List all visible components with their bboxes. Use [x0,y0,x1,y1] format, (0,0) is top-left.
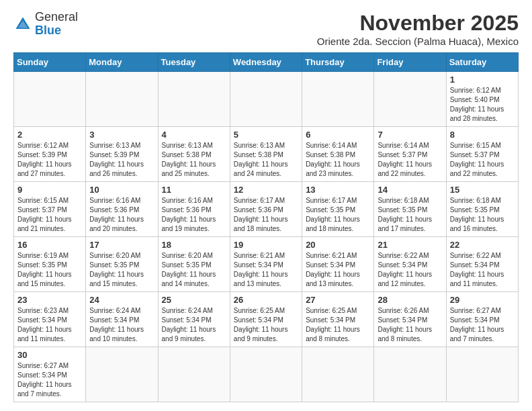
day-info: Sunrise: 6:23 AM Sunset: 5:34 PM Dayligh… [17,306,82,344]
calendar-cell: 2Sunrise: 6:12 AM Sunset: 5:39 PM Daylig… [14,127,86,182]
header-day-tuesday: Tuesday [158,53,230,72]
calendar-cell: 28Sunrise: 6:26 AM Sunset: 5:34 PM Dayli… [374,292,446,347]
day-info: Sunrise: 6:13 AM Sunset: 5:39 PM Dayligh… [89,141,154,179]
header-day-saturday: Saturday [446,53,518,72]
header-day-wednesday: Wednesday [230,53,302,72]
calendar-cell: 9Sunrise: 6:15 AM Sunset: 5:37 PM Daylig… [14,182,86,237]
day-info: Sunrise: 6:22 AM Sunset: 5:34 PM Dayligh… [450,251,515,289]
day-number: 4 [162,130,226,140]
calendar-cell: 11Sunrise: 6:16 AM Sunset: 5:36 PM Dayli… [158,182,230,237]
calendar-cell: 5Sunrise: 6:13 AM Sunset: 5:38 PM Daylig… [230,127,302,182]
day-number: 18 [162,240,226,250]
calendar-cell: 21Sunrise: 6:22 AM Sunset: 5:34 PM Dayli… [374,237,446,292]
calendar-cell: 20Sunrise: 6:21 AM Sunset: 5:34 PM Dayli… [302,237,374,292]
day-info: Sunrise: 6:17 AM Sunset: 5:35 PM Dayligh… [306,196,370,234]
calendar-cell [446,347,518,402]
week-row-1: 2Sunrise: 6:12 AM Sunset: 5:39 PM Daylig… [14,127,519,182]
day-number: 27 [306,295,370,305]
calendar-cell [14,72,86,127]
day-number: 6 [306,130,370,140]
day-info: Sunrise: 6:13 AM Sunset: 5:38 PM Dayligh… [162,141,226,179]
calendar-cell: 27Sunrise: 6:25 AM Sunset: 5:34 PM Dayli… [302,292,374,347]
month-title: November 2025 [317,11,519,36]
day-info: Sunrise: 6:15 AM Sunset: 5:37 PM Dayligh… [17,196,82,234]
day-number: 10 [89,185,154,195]
calendar-cell: 25Sunrise: 6:24 AM Sunset: 5:34 PM Dayli… [158,292,230,347]
calendar-cell [86,347,158,402]
day-info: Sunrise: 6:18 AM Sunset: 5:35 PM Dayligh… [450,196,515,234]
calendar-header-row: SundayMondayTuesdayWednesdayThursdayFrid… [14,53,519,72]
logo-blue: Blue [35,24,61,37]
week-row-0: 1Sunrise: 6:12 AM Sunset: 5:40 PM Daylig… [14,72,519,127]
calendar-cell: 23Sunrise: 6:23 AM Sunset: 5:34 PM Dayli… [14,292,86,347]
day-info: Sunrise: 6:16 AM Sunset: 5:36 PM Dayligh… [162,196,226,234]
calendar-cell: 12Sunrise: 6:17 AM Sunset: 5:36 PM Dayli… [230,182,302,237]
day-number: 23 [17,295,82,305]
calendar-cell: 30Sunrise: 6:27 AM Sunset: 5:34 PM Dayli… [14,347,86,402]
header-day-monday: Monday [86,53,158,72]
day-number: 1 [450,75,515,85]
day-number: 11 [162,185,226,195]
day-info: Sunrise: 6:19 AM Sunset: 5:35 PM Dayligh… [17,251,82,289]
calendar-cell: 26Sunrise: 6:25 AM Sunset: 5:34 PM Dayli… [230,292,302,347]
day-number: 25 [162,295,226,305]
day-number: 20 [306,240,370,250]
day-number: 24 [89,295,154,305]
day-info: Sunrise: 6:14 AM Sunset: 5:37 PM Dayligh… [378,141,442,179]
calendar-cell: 8Sunrise: 6:15 AM Sunset: 5:37 PM Daylig… [446,127,518,182]
day-number: 17 [89,240,154,250]
calendar-cell [158,347,230,402]
day-number: 9 [17,185,82,195]
calendar-cell [230,72,302,127]
week-row-5: 30Sunrise: 6:27 AM Sunset: 5:34 PM Dayli… [14,347,519,402]
day-number: 5 [234,130,298,140]
calendar-cell: 15Sunrise: 6:18 AM Sunset: 5:35 PM Dayli… [446,182,518,237]
calendar-cell: 4Sunrise: 6:13 AM Sunset: 5:38 PM Daylig… [158,127,230,182]
calendar-cell [374,72,446,127]
day-info: Sunrise: 6:12 AM Sunset: 5:40 PM Dayligh… [450,86,515,124]
calendar-cell: 6Sunrise: 6:14 AM Sunset: 5:38 PM Daylig… [302,127,374,182]
day-number: 22 [450,240,515,250]
header-day-sunday: Sunday [14,53,86,72]
logo-text: General Blue [35,11,78,38]
day-info: Sunrise: 6:25 AM Sunset: 5:34 PM Dayligh… [306,306,370,344]
day-number: 13 [306,185,370,195]
calendar-cell [158,72,230,127]
day-number: 15 [450,185,515,195]
calendar-cell: 18Sunrise: 6:20 AM Sunset: 5:35 PM Dayli… [158,237,230,292]
week-row-2: 9Sunrise: 6:15 AM Sunset: 5:37 PM Daylig… [14,182,519,237]
day-number: 14 [378,185,442,195]
calendar-cell: 19Sunrise: 6:21 AM Sunset: 5:34 PM Dayli… [230,237,302,292]
calendar-cell [302,72,374,127]
header: General Blue November 2025 Oriente 2da. … [13,11,519,47]
day-info: Sunrise: 6:18 AM Sunset: 5:35 PM Dayligh… [378,196,442,234]
day-number: 28 [378,295,442,305]
calendar-cell: 7Sunrise: 6:14 AM Sunset: 5:37 PM Daylig… [374,127,446,182]
day-number: 30 [17,350,82,360]
day-info: Sunrise: 6:27 AM Sunset: 5:34 PM Dayligh… [450,306,515,344]
day-number: 8 [450,130,515,140]
day-info: Sunrise: 6:20 AM Sunset: 5:35 PM Dayligh… [89,251,154,289]
calendar: SundayMondayTuesdayWednesdayThursdayFrid… [13,52,519,402]
day-info: Sunrise: 6:26 AM Sunset: 5:34 PM Dayligh… [378,306,442,344]
logo: General Blue [13,11,78,38]
day-info: Sunrise: 6:16 AM Sunset: 5:36 PM Dayligh… [89,196,154,234]
day-info: Sunrise: 6:27 AM Sunset: 5:34 PM Dayligh… [17,361,82,399]
week-row-4: 23Sunrise: 6:23 AM Sunset: 5:34 PM Dayli… [14,292,519,347]
header-day-friday: Friday [374,53,446,72]
calendar-cell [374,347,446,402]
day-info: Sunrise: 6:13 AM Sunset: 5:38 PM Dayligh… [234,141,298,179]
day-info: Sunrise: 6:22 AM Sunset: 5:34 PM Dayligh… [378,251,442,289]
title-section: November 2025 Oriente 2da. Seccion (Palm… [317,11,519,47]
day-number: 7 [378,130,442,140]
day-info: Sunrise: 6:25 AM Sunset: 5:34 PM Dayligh… [234,306,298,344]
location-title: Oriente 2da. Seccion (Palma Huaca), Mexi… [317,36,519,47]
calendar-cell: 10Sunrise: 6:16 AM Sunset: 5:36 PM Dayli… [86,182,158,237]
calendar-cell: 24Sunrise: 6:24 AM Sunset: 5:34 PM Dayli… [86,292,158,347]
calendar-cell: 22Sunrise: 6:22 AM Sunset: 5:34 PM Dayli… [446,237,518,292]
day-info: Sunrise: 6:21 AM Sunset: 5:34 PM Dayligh… [234,251,298,289]
calendar-cell [86,72,158,127]
header-day-thursday: Thursday [302,53,374,72]
logo-general: General [35,10,78,24]
day-number: 21 [378,240,442,250]
